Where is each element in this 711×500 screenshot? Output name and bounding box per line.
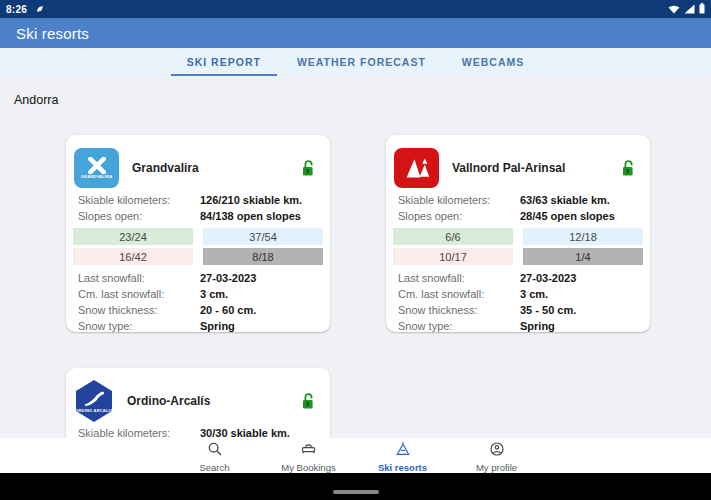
last-snowfall-row: Last snowfall: 27-03-2023: [66, 270, 330, 286]
tab-weather-forecast[interactable]: WEATHER FORECAST: [279, 48, 444, 76]
status-icons: [668, 0, 705, 18]
gesture-handle[interactable]: [333, 490, 379, 494]
country-heading: Andorra: [14, 93, 58, 107]
mountain-icon: [395, 441, 411, 461]
system-gesture-bar: [0, 473, 711, 500]
last-snowfall-row: Last snowfall: 27-03-2023: [386, 270, 650, 286]
cm-last-snowfall-row: Cm. last snowfall: 3 cm.: [66, 286, 330, 302]
clock: 8:26: [6, 4, 27, 15]
slope-difficulty-pills: 23/24 37/54 16/42 8/18: [73, 228, 323, 265]
resort-name: Ordino-Arcalís: [127, 394, 302, 408]
red-slopes-pill: 10/17: [393, 248, 513, 265]
ordino-arcalis-logo-icon: ORDINO ARCALIS: [74, 380, 114, 422]
lock-open-icon: [622, 160, 635, 177]
nav-item-my-profile[interactable]: My profile: [450, 438, 544, 473]
green-slopes-pill: 6/6: [393, 228, 513, 245]
notification-icon: [36, 5, 44, 13]
tab-webcams[interactable]: WEBCAMS: [444, 48, 542, 76]
bed-icon: [300, 441, 317, 461]
search-icon: [207, 441, 223, 461]
green-slopes-pill: 23/24: [73, 228, 193, 245]
slopes-open-row: Slopes open: 84/138 open slopes: [66, 208, 330, 224]
profile-icon: [489, 441, 505, 461]
card-header: GRANDVALIRA Grandvalira: [66, 148, 330, 188]
snow-info: Last snowfall: 27-03-2023 Cm. last snowf…: [66, 270, 330, 334]
vallnord-logo-icon: [394, 148, 439, 188]
lock-open-icon: [302, 393, 315, 410]
card-header: ORDINO ARCALIS Ordino-Arcalís: [66, 381, 330, 421]
bottom-navigation: Search My Bookings Ski resorts: [0, 438, 711, 473]
app-screen: 8:26 Ski resorts SKI REPORT WEATHER FORE…: [0, 0, 711, 500]
battery-icon: [699, 0, 705, 18]
black-slopes-pill: 8/18: [203, 248, 323, 265]
signal-icon: [684, 0, 695, 18]
app-bar: Ski resorts: [0, 18, 711, 48]
resort-name: Vallnord Pal-Arinsal: [452, 161, 622, 175]
skiable-km-row: Skiable kilometers: 126/210 skiable km.: [66, 192, 330, 208]
black-slopes-pill: 1/4: [523, 248, 643, 265]
card-header: Vallnord Pal-Arinsal: [386, 148, 650, 188]
resort-card-grandvalira[interactable]: GRANDVALIRA Grandvalira Skiable kilomete…: [66, 135, 330, 332]
grandvalira-logo-icon: GRANDVALIRA: [74, 148, 119, 188]
snow-type-row: Snow type: Spring: [386, 318, 650, 334]
snow-thickness-row: Snow thickness: 20 - 60 cm.: [66, 302, 330, 318]
snow-thickness-row: Snow thickness: 35 - 50 cm.: [386, 302, 650, 318]
lock-open-icon: [302, 160, 315, 177]
slope-difficulty-pills: 6/6 12/18 10/17 1/4: [393, 228, 643, 265]
tab-ski-report[interactable]: SKI REPORT: [169, 48, 279, 76]
blue-slopes-pill: 37/54: [203, 228, 323, 245]
snow-type-row: Snow type: Spring: [66, 318, 330, 334]
nav-item-my-bookings[interactable]: My Bookings: [262, 438, 356, 473]
skiable-km-row: Skiable kilometers: 63/63 skiable km.: [386, 192, 650, 208]
status-bar: 8:26: [0, 0, 711, 18]
nav-item-ski-resorts[interactable]: Ski resorts: [356, 438, 450, 473]
slopes-open-row: Slopes open: 28/45 open slopes: [386, 208, 650, 224]
snow-info: Last snowfall: 27-03-2023 Cm. last snowf…: [386, 270, 650, 334]
cm-last-snowfall-row: Cm. last snowfall: 3 cm.: [386, 286, 650, 302]
nav-item-search[interactable]: Search: [168, 438, 262, 473]
resort-card-vallnord[interactable]: Vallnord Pal-Arinsal Skiable kilometers:…: [386, 135, 650, 332]
page-title: Ski resorts: [16, 25, 89, 42]
tab-bar: SKI REPORT WEATHER FORECAST WEBCAMS: [0, 48, 711, 76]
wifi-icon: [668, 0, 680, 18]
blue-slopes-pill: 12/18: [523, 228, 643, 245]
red-slopes-pill: 16/42: [73, 248, 193, 265]
resort-name: Grandvalira: [132, 161, 302, 175]
